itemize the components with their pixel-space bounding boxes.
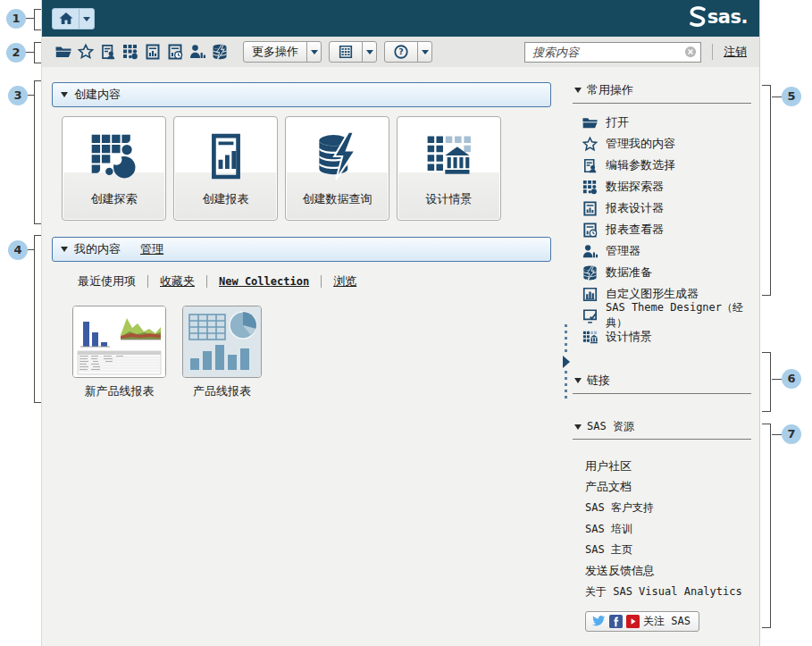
open-button[interactable] <box>52 41 74 63</box>
panel-splitter <box>560 67 571 646</box>
open-folder-icon <box>582 114 599 131</box>
tab-new-collection[interactable]: New Collection <box>219 275 309 288</box>
toolbar-divider <box>712 44 713 60</box>
report-thumbnail-new-product-line[interactable] <box>72 306 166 378</box>
search-box[interactable] <box>524 42 701 63</box>
action-theme-designer[interactable]: SAS Theme Designer（经典） <box>573 305 751 326</box>
common-actions-list: 打开 管理我的内容 编辑参数选择 数据探索器 报表设计器 报表查看器 <box>573 112 751 348</box>
splitter-collapse-arrow-icon[interactable] <box>563 356 570 368</box>
callout-5-connector <box>772 96 782 97</box>
more-actions-button[interactable]: 更多操作 <box>244 42 306 62</box>
action-data-explorer[interactable]: 数据探索器 <box>573 176 751 197</box>
view-options-split-button[interactable] <box>329 41 377 63</box>
collapse-triangle-icon[interactable] <box>61 247 68 252</box>
sas-logo: sas. <box>688 5 748 29</box>
callout-6-bracket <box>762 352 771 412</box>
report-preview-image <box>73 306 165 377</box>
tile-label: 创建报表 <box>174 191 277 207</box>
data-explorer-button[interactable] <box>119 41 141 63</box>
preferences-icon <box>582 157 599 174</box>
search-input[interactable] <box>532 46 684 59</box>
more-actions-dropdown[interactable] <box>306 42 321 62</box>
tab-recent[interactable]: 最近使用项 <box>78 273 136 289</box>
resource-send-feedback[interactable]: 发送反馈信息 <box>573 561 751 583</box>
links-header[interactable]: 链接 <box>573 373 751 394</box>
home-button[interactable] <box>53 9 80 29</box>
data-preparation-icon <box>582 264 599 281</box>
resource-customer-support[interactable]: SAS 客户支持 <box>573 498 751 519</box>
sas-logo-glyph <box>688 5 707 29</box>
action-label: 管理我的内容 <box>606 136 675 152</box>
home-dropdown-button[interactable] <box>80 9 94 29</box>
data-preparation-button[interactable] <box>208 41 230 63</box>
tile-design-scenario[interactable]: 设计情景 <box>397 116 501 221</box>
splitter-drag-handle[interactable] <box>565 324 567 355</box>
action-report-viewer[interactable]: 报表查看器 <box>573 219 751 240</box>
home-split-button[interactable] <box>52 8 95 29</box>
action-data-preparation[interactable]: 数据准备 <box>573 262 751 283</box>
tile-create-report[interactable]: 创建报表 <box>173 116 278 221</box>
collapse-triangle-icon[interactable] <box>574 88 582 93</box>
callout-3-connector <box>28 95 34 96</box>
resource-user-community[interactable]: 用户社区 <box>573 456 751 477</box>
create-content-header[interactable]: 创建内容 <box>52 82 551 107</box>
action-label: 报表设计器 <box>606 200 664 216</box>
resource-home-page[interactable]: SAS 主页 <box>573 540 751 561</box>
callout-4: 4 <box>8 240 28 260</box>
data-explorer-icon <box>88 130 141 183</box>
resource-about[interactable]: 关于 SAS Visual Analytics <box>573 582 751 603</box>
report-designer-button[interactable] <box>141 41 163 63</box>
action-administrator[interactable]: 管理器 <box>573 240 751 262</box>
help-split-button[interactable] <box>384 41 432 63</box>
report-viewer-button[interactable] <box>163 41 186 63</box>
action-manage-my-content[interactable]: 管理我的内容 <box>573 133 751 155</box>
collapse-triangle-icon[interactable] <box>574 424 582 430</box>
logout-link[interactable]: 注销 <box>724 44 747 60</box>
sas-logo-text: sas. <box>707 5 748 29</box>
open-folder-icon <box>54 43 72 61</box>
tab-favorites[interactable]: 收藏夹 <box>160 273 195 289</box>
favorites-star-icon <box>582 136 599 153</box>
resource-training[interactable]: SAS 培训 <box>573 519 751 541</box>
report-thumbnail-product-line[interactable] <box>182 306 262 378</box>
view-options-dropdown[interactable] <box>362 42 376 62</box>
follow-sas-button[interactable]: 关注 SAS <box>585 611 699 632</box>
my-content-header[interactable]: 我的内容 管理 <box>52 237 551 262</box>
favorites-button[interactable] <box>74 41 96 63</box>
action-open[interactable]: 打开 <box>573 112 751 133</box>
preferences-button[interactable] <box>96 41 119 63</box>
action-label: 打开 <box>606 114 629 130</box>
toolbar: 更多操作 注销 <box>42 37 759 67</box>
search-clear-icon[interactable] <box>684 46 697 58</box>
view-options-icon <box>338 44 354 60</box>
common-actions-header[interactable]: 常用操作 <box>573 82 751 104</box>
callout-2: 2 <box>6 43 26 63</box>
more-actions-split-button[interactable]: 更多操作 <box>243 41 322 63</box>
application-window: sas. 更多操作 注销 创建内容 <box>41 0 760 646</box>
resource-product-documentation[interactable]: 产品文档 <box>573 477 751 499</box>
design-scenario-icon <box>582 329 599 346</box>
administrator-icon <box>582 243 599 260</box>
view-options-button[interactable] <box>330 42 362 62</box>
splitter-drag-handle[interactable] <box>565 371 567 401</box>
callout-6-connector <box>772 379 782 380</box>
graph-builder-icon <box>582 286 599 303</box>
my-content-tabs: 最近使用项 收藏夹 New Collection 浏览 <box>78 273 356 289</box>
administrator-button[interactable] <box>186 41 208 63</box>
tile-label: 创建探索 <box>63 191 165 207</box>
sas-resources-header[interactable]: SAS 资源 <box>573 419 751 440</box>
collapse-triangle-icon[interactable] <box>574 378 582 383</box>
action-report-designer[interactable]: 报表设计器 <box>573 197 751 219</box>
manage-link[interactable]: 管理 <box>140 241 163 257</box>
tab-browse[interactable]: 浏览 <box>333 273 356 289</box>
report-thumbnail-label: 新产品线报表 <box>63 383 175 399</box>
tile-create-data-query[interactable]: 创建数据查询 <box>285 116 389 221</box>
help-dropdown[interactable] <box>417 42 431 62</box>
tile-create-exploration[interactable]: 创建探索 <box>62 116 166 221</box>
favorites-star-icon <box>77 43 95 61</box>
create-tiles: 创建探索 创建报表 创建数据查询 设计情景 <box>62 116 501 221</box>
action-edit-preferences[interactable]: 编辑参数选择 <box>573 155 751 176</box>
design-scenario-icon <box>423 130 476 183</box>
collapse-triangle-icon[interactable] <box>61 92 68 97</box>
help-button[interactable] <box>385 42 417 62</box>
